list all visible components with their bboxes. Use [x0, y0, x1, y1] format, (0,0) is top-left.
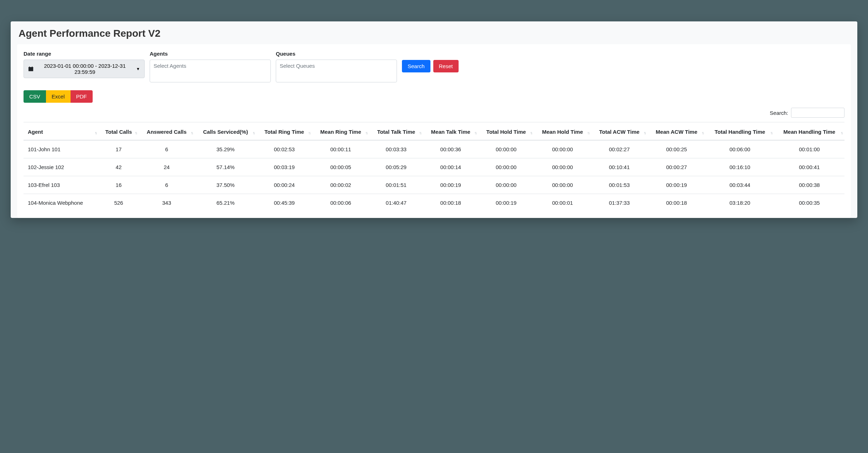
- column-header[interactable]: Total ACW Time↑↓: [591, 122, 647, 141]
- filter-agents: Agents Select Agents: [150, 51, 271, 82]
- column-header[interactable]: Mean Ring Time↑↓: [312, 122, 369, 141]
- sort-icon: ↑↓: [474, 131, 476, 135]
- table-header-row: Agent↑↓Total Calls↑↓Answered Calls↑↓Call…: [24, 122, 844, 141]
- table-cell: 00:00:00: [478, 140, 534, 158]
- table-cell: 03:18:20: [706, 194, 774, 212]
- table-cell: 00:00:18: [647, 194, 706, 212]
- table-cell: 17: [99, 140, 139, 158]
- column-header[interactable]: Calls Serviced(%)↑↓: [195, 122, 257, 141]
- table-cell: 00:03:19: [257, 158, 312, 176]
- column-header[interactable]: Total Ring Time↑↓: [257, 122, 312, 141]
- column-header[interactable]: Mean ACW Time↑↓: [647, 122, 706, 141]
- table-cell: 00:02:53: [257, 140, 312, 158]
- table-row: 101-John 10117635.29%00:02:5300:00:1100:…: [24, 140, 844, 158]
- queues-label: Queues: [276, 51, 397, 57]
- table-cell: 526: [99, 194, 139, 212]
- column-header[interactable]: Answered Calls↑↓: [139, 122, 195, 141]
- table-cell: 65.21%: [195, 194, 257, 212]
- column-header[interactable]: Total Talk Time↑↓: [369, 122, 423, 141]
- sort-icon: ↑↓: [587, 131, 589, 135]
- date-range-label: Date range: [24, 51, 145, 57]
- column-header[interactable]: Total Handling Time↑↓: [706, 122, 774, 141]
- table-cell: 00:45:39: [257, 194, 312, 212]
- table-cell: 00:00:00: [478, 158, 534, 176]
- column-header[interactable]: Total Hold Time↑↓: [478, 122, 534, 141]
- table-row: 102-Jessie 102422457.14%00:03:1900:00:05…: [24, 158, 844, 176]
- table-cell: 16: [99, 176, 139, 194]
- table-cell: 00:00:24: [257, 176, 312, 194]
- table-cell: 00:01:53: [591, 176, 647, 194]
- column-header-label: Mean Handling Time: [784, 129, 836, 135]
- date-range-button[interactable]: 2023-01-01 00:00:00 - 2023-12-31 23:59:5…: [24, 60, 145, 78]
- sort-icon: ↑↓: [365, 131, 367, 135]
- table-cell: 101-John 101: [24, 140, 99, 158]
- export-csv-button[interactable]: CSV: [24, 90, 46, 103]
- table-cell: 00:00:19: [647, 176, 706, 194]
- table-cell: 00:03:33: [369, 140, 423, 158]
- column-header-label: Mean ACW Time: [656, 129, 697, 135]
- table-cell: 00:01:51: [369, 176, 423, 194]
- table-cell: 00:00:38: [774, 176, 844, 194]
- table-row: 104-Monica Webphone52634365.21%00:45:390…: [24, 194, 844, 212]
- column-header-label: Calls Serviced(%): [203, 129, 248, 135]
- table-cell: 01:40:47: [369, 194, 423, 212]
- page-title: Agent Performance Report V2: [11, 21, 857, 44]
- table-cell: 00:00:19: [423, 176, 478, 194]
- column-header[interactable]: Mean Hold Time↑↓: [534, 122, 591, 141]
- search-button[interactable]: Search: [402, 60, 430, 72]
- sort-icon: ↑↓: [95, 131, 97, 135]
- column-header-label: Mean Talk Time: [431, 129, 470, 135]
- column-header-label: Total Calls: [105, 129, 132, 135]
- reset-button[interactable]: Reset: [433, 60, 459, 72]
- table-cell: 00:03:44: [706, 176, 774, 194]
- sort-icon: ↑↓: [419, 131, 421, 135]
- column-header[interactable]: Mean Talk Time↑↓: [423, 122, 478, 141]
- table-cell: 00:06:00: [706, 140, 774, 158]
- table-cell: 00:00:05: [312, 158, 369, 176]
- search-input[interactable]: [791, 108, 844, 118]
- report-table: Agent↑↓Total Calls↑↓Answered Calls↑↓Call…: [24, 122, 844, 212]
- table-cell: 00:00:11: [312, 140, 369, 158]
- filter-date-range: Date range 2023-01-01 00:00:00 - 2023-12…: [24, 51, 145, 78]
- agents-select[interactable]: Select Agents: [150, 60, 271, 82]
- column-header[interactable]: Total Calls↑↓: [99, 122, 139, 141]
- table-cell: 103-Efrel 103: [24, 176, 99, 194]
- table-cell: 00:00:18: [423, 194, 478, 212]
- export-pdf-button[interactable]: PDF: [71, 90, 93, 103]
- table-cell: 00:02:27: [591, 140, 647, 158]
- calendar-icon: [28, 66, 33, 72]
- column-header-label: Total Hold Time: [486, 129, 526, 135]
- table-cell: 6: [139, 176, 195, 194]
- table-cell: 24: [139, 158, 195, 176]
- export-buttons: CSV Excel PDF: [24, 90, 844, 103]
- queues-select[interactable]: Select Queues: [276, 60, 397, 82]
- svg-rect-2: [29, 66, 30, 67]
- sort-icon: ↑↓: [191, 131, 192, 135]
- table-cell: 00:00:02: [312, 176, 369, 194]
- table-cell: 00:16:10: [706, 158, 774, 176]
- table-cell: 00:10:41: [591, 158, 647, 176]
- sort-icon: ↑↓: [253, 131, 254, 135]
- sort-icon: ↑↓: [530, 131, 532, 135]
- caret-down-icon: ▼: [136, 67, 140, 71]
- table-cell: 57.14%: [195, 158, 257, 176]
- agents-label: Agents: [150, 51, 271, 57]
- column-header-label: Answered Calls: [147, 129, 187, 135]
- table-cell: 37.50%: [195, 176, 257, 194]
- svg-rect-3: [32, 66, 32, 67]
- column-header-label: Mean Ring Time: [320, 129, 361, 135]
- export-excel-button[interactable]: Excel: [46, 90, 71, 103]
- table-cell: 00:00:00: [534, 140, 591, 158]
- sort-icon: ↑↓: [644, 131, 645, 135]
- sort-icon: ↑↓: [308, 131, 310, 135]
- column-header[interactable]: Agent↑↓: [24, 122, 99, 141]
- sort-icon: ↑↓: [841, 131, 842, 135]
- table-cell: 00:00:14: [423, 158, 478, 176]
- table-cell: 00:00:35: [774, 194, 844, 212]
- report-card: Date range 2023-01-01 00:00:00 - 2023-12…: [17, 44, 851, 218]
- column-header[interactable]: Mean Handling Time↑↓: [774, 122, 844, 141]
- table-cell: 6: [139, 140, 195, 158]
- date-range-value: 2023-01-01 00:00:00 - 2023-12-31 23:59:5…: [36, 63, 134, 75]
- table-cell: 102-Jessie 102: [24, 158, 99, 176]
- sort-icon: ↑↓: [770, 131, 772, 135]
